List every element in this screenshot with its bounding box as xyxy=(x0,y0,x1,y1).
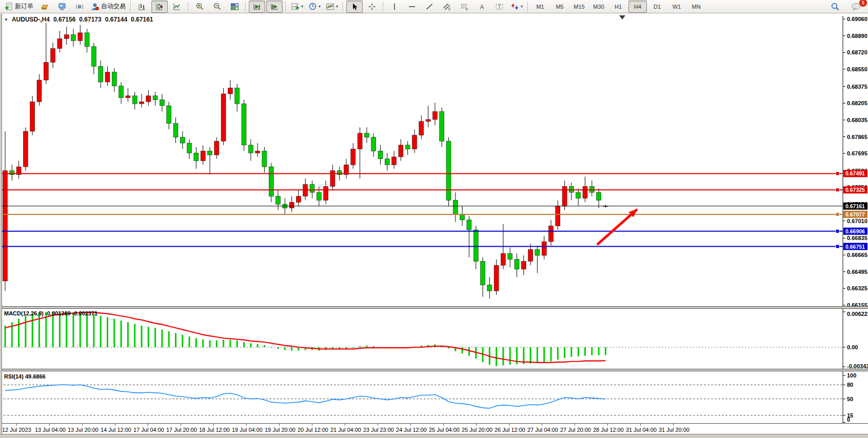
time-tick xyxy=(640,424,641,426)
high-value: 0.67173 xyxy=(79,16,101,23)
main-chart-panel[interactable]: 0.690600.688900.687200.685500.683750.682… xyxy=(0,14,868,306)
time-label: 19 Jul 20:00 xyxy=(265,427,295,433)
rsi-panel[interactable]: 1008050150RSI(14) 49.6866 xyxy=(0,371,868,423)
text-label-button[interactable]: T xyxy=(491,1,507,13)
svg-text:0.66665: 0.66665 xyxy=(847,252,867,258)
toolbar-separator xyxy=(527,2,528,12)
panel-splitter[interactable] xyxy=(0,306,868,309)
toolbar: 新订单 xyxy=(0,0,868,13)
time-tick xyxy=(312,424,312,426)
market-gold-icon xyxy=(41,3,49,11)
svg-text:80: 80 xyxy=(847,382,853,388)
timeframe-button-M15[interactable]: M15 xyxy=(570,1,588,13)
toolbar-separator xyxy=(343,2,344,12)
open-value: 0.67156 xyxy=(53,16,75,23)
market-button[interactable] xyxy=(36,1,53,13)
svg-text:0.66906: 0.66906 xyxy=(845,228,865,234)
window-bottom-edge xyxy=(0,434,868,438)
one-click-trading-toggle-icon[interactable]: ▼ xyxy=(4,17,8,22)
fibonacci-button[interactable]: F xyxy=(456,1,472,13)
signals-button[interactable] xyxy=(71,1,88,13)
window-left-edge xyxy=(0,14,2,434)
toolbar-separator xyxy=(245,2,246,12)
templates-button[interactable]: ▾ xyxy=(324,1,340,13)
svg-text:0.67161: 0.67161 xyxy=(845,203,865,209)
zoom-out-button[interactable] xyxy=(209,1,225,13)
channel-button[interactable]: E xyxy=(439,1,455,13)
svg-text:0.00: 0.00 xyxy=(847,344,858,350)
arrows-button[interactable]: ▾ xyxy=(508,1,525,13)
timeframe-button-H1[interactable]: H1 xyxy=(609,1,627,13)
time-tick xyxy=(181,424,181,426)
profile-button[interactable] xyxy=(54,1,70,13)
notification-badge: 1 xyxy=(859,0,867,7)
trendline-button[interactable] xyxy=(421,1,438,13)
svg-text:0.68890: 0.68890 xyxy=(847,33,867,39)
time-axis[interactable]: 12 Jul 202313 Jul 04:0013 Jul 20:0014 Ju… xyxy=(0,423,868,434)
new-order-button[interactable]: 新订单 xyxy=(3,1,35,13)
computer-icon xyxy=(58,3,66,11)
toolbar-separator xyxy=(383,2,384,12)
timeframe-button-H4[interactable]: H4 xyxy=(628,1,647,13)
time-label: 28 Jul 12:00 xyxy=(593,427,624,433)
symbol-period-label: AUDUSD-,H4 xyxy=(12,16,50,23)
rsi-chart[interactable]: 1008050150RSI(14) 49.6866 xyxy=(0,371,868,423)
chevron-down-icon: ▾ xyxy=(301,5,303,9)
chat-button[interactable]: 1 xyxy=(848,1,864,13)
candlestick-chart-icon xyxy=(155,3,164,11)
horizontal-line-button[interactable] xyxy=(404,1,420,13)
crosshair-button[interactable] xyxy=(364,1,380,13)
timeframe-button-D1[interactable]: D1 xyxy=(648,1,666,13)
timeframe-button-M5[interactable]: M5 xyxy=(550,1,569,13)
timeframe-button-M1[interactable]: M1 xyxy=(531,1,549,13)
panel-splitter[interactable] xyxy=(0,369,868,371)
chart-title: ▼ AUDUSD-,H4 0.67156 0.67173 0.67144 0.6… xyxy=(4,16,153,23)
search-button[interactable] xyxy=(827,1,843,13)
zoom-in-button[interactable] xyxy=(191,1,208,13)
text-button[interactable]: A xyxy=(474,1,490,13)
time-label: 17 Jul 20:00 xyxy=(166,427,197,433)
periods-button[interactable]: ▾ xyxy=(306,1,323,13)
new-order-label: 新订单 xyxy=(15,2,33,11)
auto-scroll-icon xyxy=(253,3,262,11)
time-tick xyxy=(213,424,214,426)
autotrade-button[interactable]: 自动交易 xyxy=(89,1,128,13)
timeframe-button-MN[interactable]: MN xyxy=(687,1,705,13)
time-tick xyxy=(82,424,83,426)
toolbar-right-group: 1 xyxy=(826,1,865,13)
cursor-button[interactable] xyxy=(346,1,363,13)
chart-shift-button[interactable] xyxy=(266,1,283,13)
svg-text:0.66495: 0.66495 xyxy=(847,269,867,275)
vertical-line-button[interactable] xyxy=(386,1,403,13)
indicators-button[interactable]: ▾ xyxy=(289,1,305,13)
svg-text:0.67077: 0.67077 xyxy=(845,211,865,217)
time-label: 26 Jul 12:00 xyxy=(495,427,525,433)
auto-scroll-button[interactable] xyxy=(249,1,265,13)
svg-text:0.67010: 0.67010 xyxy=(847,218,867,224)
signals-icon xyxy=(75,3,84,11)
time-tick xyxy=(246,424,247,426)
svg-text:0: 0 xyxy=(847,416,850,423)
svg-text:E: E xyxy=(448,7,451,10)
text-label-icon: T xyxy=(495,3,504,11)
bar-chart-button[interactable] xyxy=(134,1,150,13)
time-tick xyxy=(607,424,608,426)
tile-windows-button[interactable] xyxy=(226,1,243,13)
macd-chart[interactable]: 0.0062210.00-0.00343MACD(12,26,9) -0.001… xyxy=(0,309,868,369)
time-label: 23 Jul 23:00 xyxy=(363,427,394,433)
svg-text:T: T xyxy=(498,4,501,9)
candlestick-chart[interactable]: 0.690600.688900.687200.685500.683750.682… xyxy=(0,14,868,306)
time-label: 12 Jul 2023 xyxy=(2,427,31,433)
time-tick xyxy=(476,424,477,426)
time-tick xyxy=(509,424,509,426)
timeframe-button-M30[interactable]: M30 xyxy=(589,1,608,13)
svg-text:0.67865: 0.67865 xyxy=(847,134,867,140)
svg-text:0.68720: 0.68720 xyxy=(847,49,867,55)
macd-panel[interactable]: 0.0062210.00-0.00343MACD(12,26,9) -0.001… xyxy=(0,309,868,369)
time-tick xyxy=(443,424,444,426)
line-chart-button[interactable] xyxy=(169,1,185,13)
timeframe-button-W1[interactable]: W1 xyxy=(667,1,686,13)
time-label: 27 Jul 04:00 xyxy=(527,427,558,433)
candlestick-chart-button[interactable] xyxy=(151,1,168,13)
svg-text:RSI(14) 49.6866: RSI(14) 49.6866 xyxy=(4,373,46,380)
